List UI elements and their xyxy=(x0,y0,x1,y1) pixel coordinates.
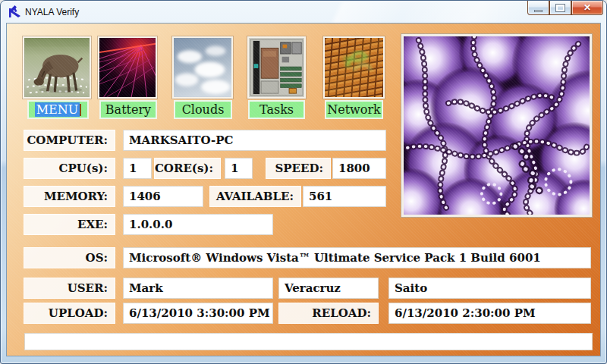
cloudy-sky-photo xyxy=(174,38,231,97)
client-area: MENU Battery Clouds Tasks Network xyxy=(6,23,601,356)
window-frame: NYALA Verify ✕ xyxy=(0,0,607,364)
minimize-button[interactable] xyxy=(527,1,549,15)
app-logo-icon xyxy=(8,5,20,18)
cores-label: CORE(s): xyxy=(154,158,221,179)
cpus-input[interactable] xyxy=(123,158,152,179)
reload-label: RELOAD: xyxy=(278,303,379,324)
thumbnail-label-network[interactable]: Network xyxy=(325,100,383,119)
exe-label: EXE: xyxy=(24,214,115,235)
window-title: NYALA Verify xyxy=(25,7,79,17)
close-icon: ✕ xyxy=(583,3,591,12)
maximize-icon xyxy=(556,5,565,11)
os-label: OS: xyxy=(24,247,115,268)
server-hardware-photo xyxy=(249,38,304,97)
thumbnail-tasks[interactable] xyxy=(247,36,306,99)
available-input[interactable] xyxy=(303,186,386,207)
maximize-button[interactable] xyxy=(549,1,571,15)
title-bar[interactable]: NYALA Verify xyxy=(1,1,606,23)
user-middle-input[interactable] xyxy=(278,278,379,299)
user-label: USER: xyxy=(24,278,115,299)
upload-input[interactable] xyxy=(123,303,273,324)
user-first-input[interactable] xyxy=(123,278,273,299)
close-button[interactable]: ✕ xyxy=(571,1,603,15)
upload-label: UPLOAD: xyxy=(24,303,115,324)
thumbnail-label-tasks[interactable]: Tasks xyxy=(248,100,305,119)
thumbnail-label-menu[interactable]: MENU xyxy=(27,100,89,119)
thumbnail-network[interactable] xyxy=(323,36,385,99)
speed-input[interactable] xyxy=(332,158,386,179)
memory-label: MEMORY: xyxy=(24,186,115,207)
exe-input[interactable] xyxy=(123,214,273,235)
minimize-icon xyxy=(534,10,543,12)
status-input[interactable] xyxy=(24,333,593,350)
text-caret xyxy=(80,104,81,116)
thumbnail-label-clouds[interactable]: Clouds xyxy=(174,100,232,119)
thumbnail-label-battery[interactable]: Battery xyxy=(99,100,157,119)
reload-input[interactable] xyxy=(388,303,591,324)
orange-mesh-grid-photo xyxy=(325,38,383,97)
purple-fractal-image xyxy=(401,34,592,217)
application-window: NYALA Verify ✕ xyxy=(0,0,607,364)
cpus-label: CPU(s): xyxy=(24,158,115,179)
computer-label: COMPUTER: xyxy=(24,130,115,151)
thumbnail-clouds[interactable] xyxy=(172,36,233,99)
user-last-input[interactable] xyxy=(388,278,591,299)
titlebar-gloss xyxy=(1,1,606,23)
computer-input[interactable] xyxy=(123,130,386,151)
memory-input[interactable] xyxy=(123,186,203,207)
window-controls: ✕ xyxy=(527,1,603,15)
selected-text: MENU xyxy=(35,102,80,117)
thumbnail-menu[interactable] xyxy=(23,36,91,99)
available-label: AVAILABLE: xyxy=(209,186,301,207)
red-laser-grid-photo xyxy=(99,38,156,97)
cores-input[interactable] xyxy=(225,158,253,179)
speed-label: SPEED: xyxy=(266,158,331,179)
thumbnail-battery[interactable] xyxy=(98,36,157,99)
nyala-antelope-photo xyxy=(24,38,90,97)
os-input[interactable] xyxy=(123,247,591,268)
